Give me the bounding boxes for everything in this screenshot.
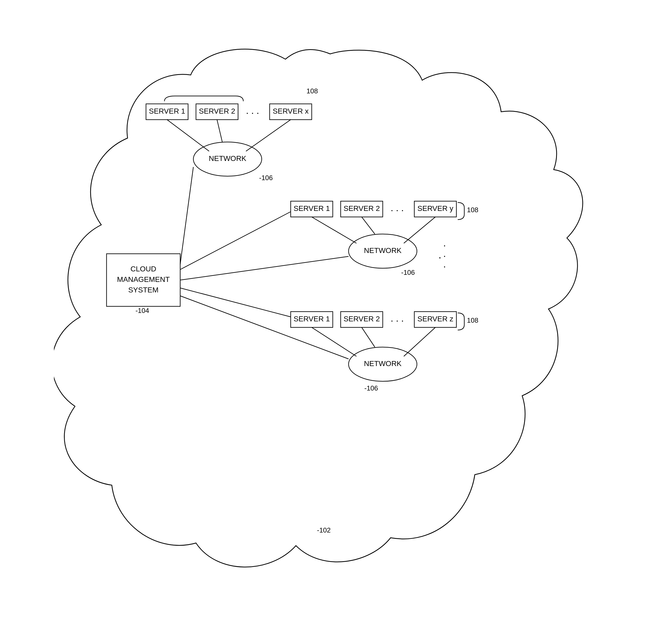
diagram-container: 108 SERVER 1 SERVER 2 . . . SERVER x NET… <box>54 33 606 612</box>
servery-mid-label: SERVER y <box>417 204 453 212</box>
network-mid-label: NETWORK <box>364 246 402 255</box>
server2-bot-label: SERVER 2 <box>344 315 380 323</box>
dots-top: . . . <box>246 105 259 116</box>
dots-bot: . . . <box>391 313 404 324</box>
network-bot-label: NETWORK <box>364 360 402 368</box>
server1-top-label: SERVER 1 <box>149 107 185 115</box>
cms-label-line2: MANAGEMENT <box>117 275 170 283</box>
ref106-top: -106 <box>259 174 273 182</box>
brace-label-top: 108 <box>306 87 318 95</box>
cloud-shape <box>54 49 583 567</box>
ref104: -104 <box>135 307 149 315</box>
server1-mid-label: SERVER 1 <box>294 204 330 212</box>
ref106-bot: -106 <box>364 384 378 392</box>
cms-label-line1: CLOUD <box>130 265 156 273</box>
vertical-dots2: · <box>443 240 446 251</box>
ref106-mid: -106 <box>401 269 415 276</box>
serverz-bot-label: SERVER z <box>417 315 453 323</box>
server1-bot-label: SERVER 1 <box>294 315 330 323</box>
brace-label-bot: 108 <box>467 316 478 324</box>
server2-mid-label: SERVER 2 <box>344 204 380 212</box>
vertical-dots4: · <box>443 261 446 272</box>
dots-mid: . . . <box>391 203 404 213</box>
server2-top-label: SERVER 2 <box>199 107 235 115</box>
network-top-label: NETWORK <box>209 154 246 162</box>
vertical-dots3: · <box>443 250 446 261</box>
cms-label-line3: SYSTEM <box>128 286 158 294</box>
brace-label-mid: 108 <box>467 206 478 214</box>
serverx-top-label: SERVER x <box>273 107 308 115</box>
cloud-ref-label: -102 <box>317 526 331 534</box>
